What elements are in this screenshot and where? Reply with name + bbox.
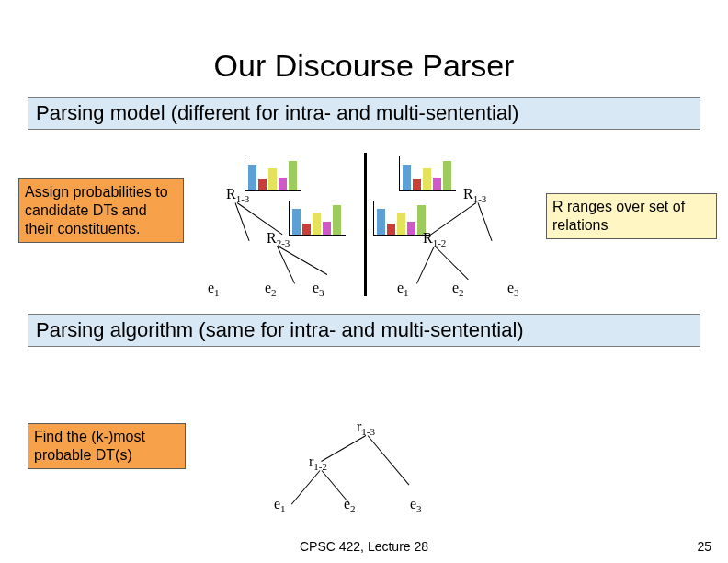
label-e1-left: e1 [208,280,220,298]
label-r13: r1-3 [357,419,375,437]
page-title: Our Discourse Parser [0,0,728,84]
label-e3-result: e3 [410,496,422,514]
bar-chart-left-child [289,201,346,236]
label-e1-result: e1 [274,496,286,514]
parsing-model-banner: Parsing model (different for intra- and … [28,97,700,130]
diagram-trees: R1-3 R2-3 e1 e2 e3 R1-3 [193,156,552,313]
bar-chart-left-root [245,156,301,191]
bar-chart-right-root [399,156,456,191]
r-ranges-box: R ranges over set of relations [546,193,717,239]
label-e3-left: e3 [313,280,324,298]
label-e2-result: e2 [344,496,356,514]
label-r12: r1-2 [309,454,327,472]
diagram-result-tree: r1-3 r1-2 e1 e2 e3 [248,419,487,529]
bar-chart-right-child [373,201,430,236]
label-e1-right: e1 [397,280,409,298]
label-e2-right: e2 [452,280,464,298]
label-e2-left: e2 [265,280,277,298]
tree-divider [364,153,367,296]
find-k-most-box: Find the (k-)most probable DT(s) [28,423,186,469]
label-R13-left: R1-3 [226,186,249,204]
assign-probabilities-box: Assign probabilities to candidate DTs an… [18,178,184,243]
footer-page-number: 25 [697,539,711,554]
label-R12: R1-2 [423,230,446,248]
footer-course: CPSC 422, Lecture 28 [0,539,728,554]
parsing-algorithm-banner: Parsing algorithm (same for intra- and m… [28,314,700,347]
label-e3-right: e3 [507,280,519,298]
